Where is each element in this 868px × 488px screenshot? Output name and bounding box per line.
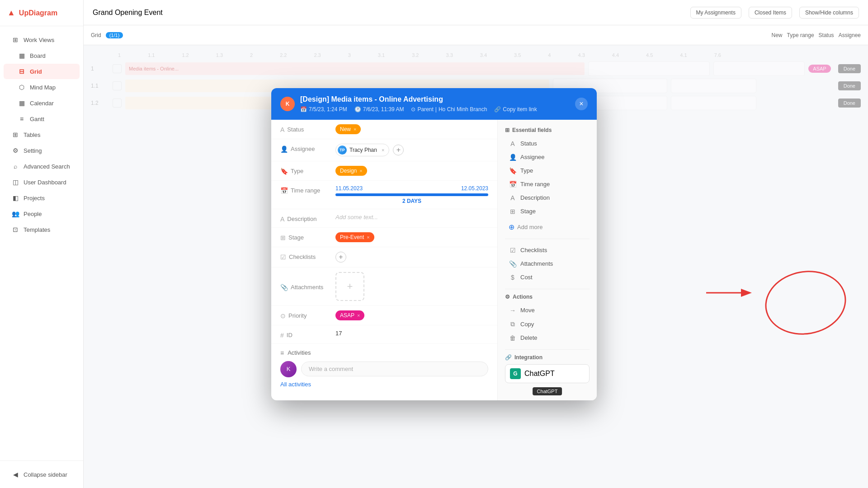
description-value[interactable]: Add some text... <box>335 214 488 221</box>
activities-icon: ≡ <box>280 349 284 357</box>
type-icon: 🔖 <box>280 168 288 175</box>
status-value[interactable]: New × <box>335 124 488 134</box>
chatgpt-integration[interactable]: G ChatGPT ChatGPT <box>505 364 590 383</box>
assignee-icon: 👤 <box>280 145 288 153</box>
divider-1 <box>505 239 590 239</box>
rp-field-stage[interactable]: ⊞ Stage <box>505 205 590 218</box>
parent-icon: ⊙ <box>411 106 415 113</box>
chatgpt-icon: G <box>510 368 521 379</box>
attachments-value[interactable]: + <box>335 272 488 301</box>
description-field-row: A Description Add some text... <box>271 209 497 228</box>
essential-icon: ⊞ <box>505 127 509 133</box>
checklists-field-row: ☑ Checklists + <box>271 247 497 267</box>
add-more-button[interactable]: ⊕ Add more <box>505 220 590 234</box>
comment-input[interactable]: Write a comment <box>301 361 488 376</box>
assignee-avatar: TP <box>338 145 347 155</box>
stage-value[interactable]: Pre-Event × <box>335 232 488 242</box>
type-label: 🔖 Type <box>280 166 330 175</box>
rp-time-range-icon: 📅 <box>509 181 517 188</box>
time-range-field-row: 📅 Time range 11.05.2023 12.05.2023 2 DAY… <box>271 181 497 209</box>
time-range-end: 12.05.2023 <box>461 185 488 192</box>
attachments-icon: 📎 <box>280 284 288 291</box>
priority-icon: ⊙ <box>280 312 286 319</box>
priority-label: ⊙ Priority <box>280 310 330 319</box>
rp-field-attachments[interactable]: 📎 Attachments <box>505 257 590 271</box>
rp-field-status[interactable]: A Status <box>505 137 590 150</box>
time-range-start: 11.05.2023 <box>335 185 363 192</box>
time-range-value[interactable]: 11.05.2023 12.05.2023 2 DAYS <box>335 185 488 204</box>
delete-icon: 🗑 <box>509 334 517 342</box>
rp-field-description[interactable]: A Description <box>505 191 590 205</box>
divider-3 <box>505 349 590 350</box>
time-range-bar: 11.05.2023 12.05.2023 2 DAYS <box>335 185 488 204</box>
status-tag-close[interactable]: × <box>354 127 356 132</box>
copy-item-link[interactable]: 🔗 Copy item link <box>494 106 537 113</box>
type-value[interactable]: Design × <box>335 166 488 176</box>
status-tag[interactable]: New × <box>335 124 361 134</box>
add-checklist-button[interactable]: + <box>335 252 346 263</box>
move-icon: → <box>509 307 517 314</box>
updated-date: 🕐 7/6/23, 11:39 AM <box>354 106 404 113</box>
attachments-field-row: 📎 Attachments + <box>271 267 497 306</box>
rp-field-assignee[interactable]: 👤 Assignee <box>505 150 590 164</box>
priority-field-row: ⊙ Priority ASAP × <box>271 306 497 325</box>
id-field-row: # ID 17 <box>271 325 497 344</box>
status-icon: A <box>280 126 284 133</box>
stage-tag-close[interactable]: × <box>367 235 369 240</box>
time-range-duration: 2 DAYS <box>335 198 488 204</box>
description-icon: A <box>280 216 284 223</box>
time-range-label: 📅 Time range <box>280 185 330 194</box>
id-label: # ID <box>280 330 330 339</box>
rp-attachments-icon: 📎 <box>509 260 517 267</box>
parent-link[interactable]: ⊙ Parent | Ho Chi Minh Branch <box>411 106 487 113</box>
essential-fields-title: ⊞ Essential fields <box>505 127 590 133</box>
assignee-value: TP Tracy Phan × + <box>335 144 488 156</box>
add-attachment-button[interactable]: + <box>335 272 364 301</box>
rp-field-type[interactable]: 🔖 Type <box>505 164 590 178</box>
modal-close-button[interactable]: × <box>575 98 588 110</box>
checklists-label: ☑ Checklists <box>280 252 330 261</box>
priority-tag-close[interactable]: × <box>357 313 360 318</box>
activities-section: ≡ Activities K Write a comment All activ… <box>271 344 497 393</box>
checklists-value[interactable]: + <box>335 252 488 263</box>
assignee-field-row: 👤 Assignee TP Tracy Phan × + <box>271 139 497 161</box>
red-circle-annotation <box>760 264 851 341</box>
rp-field-time-range[interactable]: 📅 Time range <box>505 178 590 191</box>
move-action[interactable]: → Move <box>505 304 590 317</box>
assignee-remove[interactable]: × <box>382 147 384 153</box>
priority-value[interactable]: ASAP × <box>335 310 488 320</box>
stage-tag[interactable]: Pre-Event × <box>335 232 374 242</box>
id-value: 17 <box>335 330 488 337</box>
checklists-icon: ☑ <box>280 253 286 261</box>
activities-avatar: K <box>280 361 297 377</box>
all-activities-link[interactable]: All activities <box>280 381 488 388</box>
add-assignee-button[interactable]: + <box>393 145 404 155</box>
divider-2 <box>505 289 590 289</box>
status-label: A Status <box>280 124 330 133</box>
modal-body: A Status New × 👤 Assignee <box>271 120 597 400</box>
delete-action[interactable]: 🗑 Delete <box>505 331 590 345</box>
rp-type-icon: 🔖 <box>509 167 517 174</box>
activities-input-row: K Write a comment <box>280 361 488 377</box>
stage-icon: ⊞ <box>280 234 286 241</box>
link-icon: 🔗 <box>494 106 501 113</box>
type-tag-close[interactable]: × <box>359 168 362 174</box>
type-tag[interactable]: Design × <box>335 166 367 176</box>
priority-tag[interactable]: ASAP × <box>335 310 364 320</box>
modal-right-panel: ⊞ Essential fields A Status 👤 Assignee 🔖… <box>497 120 597 400</box>
actions-icon: ⚙ <box>505 294 510 300</box>
rp-assignee-icon: 👤 <box>509 154 517 161</box>
time-range-icon: 📅 <box>280 187 288 194</box>
integration-section: 🔗 Integration G ChatGPT ChatGPT <box>505 354 590 383</box>
red-arrow-annotation <box>702 284 756 302</box>
time-range-track[interactable] <box>335 193 488 196</box>
assignee-chip[interactable]: TP Tracy Phan × <box>335 144 389 156</box>
created-date: 📅 7/5/23, 1:24 PM <box>300 106 347 113</box>
description-placeholder[interactable]: Add some text... <box>335 214 378 221</box>
rp-field-cost[interactable]: $ Cost <box>505 271 590 284</box>
description-label: A Description <box>280 214 330 223</box>
copy-action[interactable]: ⧉ Copy <box>505 317 590 331</box>
rp-field-checklists[interactable]: ☑ Checklists <box>505 244 590 257</box>
item-detail-modal: K [Design] Media items - Online Advertis… <box>271 88 597 400</box>
id-icon: # <box>280 332 284 339</box>
